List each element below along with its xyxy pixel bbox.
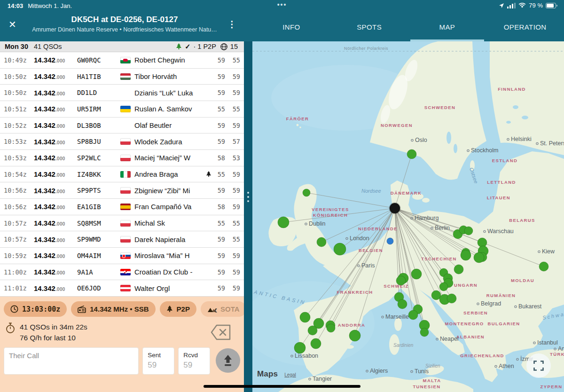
map-label: Bukarest xyxy=(518,303,542,310)
map-label: LETTLAND xyxy=(487,180,516,185)
qso-operator-name: Michal Sk xyxy=(134,219,204,227)
close-icon[interactable]: ✕ xyxy=(8,20,16,29)
map-label: NIEDERLANDE xyxy=(358,226,398,231)
qso-station-marker[interactable] xyxy=(294,342,306,353)
qso-station-marker[interactable] xyxy=(474,252,484,263)
log-qso-button[interactable] xyxy=(216,348,240,373)
qso-row[interactable]: 10:56z14.342.000SP9PTSZbigniew “Zibi” Mi… xyxy=(0,182,244,199)
qso-operator-name: Olaf Beutler xyxy=(134,121,204,129)
qso-frequency: 14.342.000 xyxy=(34,284,77,292)
battery-percent: 79 % xyxy=(529,2,543,9)
frequency-mode-chip[interactable]: 14.342 MHz • SSB xyxy=(71,301,155,317)
qso-row[interactable]: 11:00z14.342.0009A1ACroatian Dx Club -59… xyxy=(0,264,244,281)
tab-map[interactable]: MAP xyxy=(408,12,486,41)
qso-rst-sent: 59 xyxy=(213,122,225,129)
p2p-chip[interactable]: P2P xyxy=(160,301,196,317)
qso-row[interactable]: 10:54z14.342.000IZ4BKKAndrea Braga5559 xyxy=(0,166,244,183)
chips-scroll-chevron-icon[interactable]: ‹ xyxy=(214,304,217,316)
qso-station-marker[interactable] xyxy=(278,217,289,228)
rcvd-rst-input[interactable]: Rcvd 59 xyxy=(178,347,210,375)
qso-operator-name: Wlodek Zadura xyxy=(134,138,204,146)
activator-station-marker[interactable] xyxy=(390,203,400,213)
qso-station-marker[interactable] xyxy=(398,299,407,309)
tab-info[interactable]: INFO xyxy=(252,12,330,41)
qso-frequency: 14.342.000 xyxy=(34,138,77,146)
qso-station-marker[interactable] xyxy=(349,330,360,341)
qso-station-marker[interactable] xyxy=(461,250,471,260)
log-day-header[interactable]: Mon 30 41 QSOs ✓ · 1 P2P 15 xyxy=(0,41,244,52)
qso-row[interactable]: 10:56z14.342.000EA1GIBFran Campañó Va585… xyxy=(0,199,244,215)
rcvd-value: 59 xyxy=(183,361,205,370)
sent-value: 59 xyxy=(148,361,169,370)
qso-time: 10:51z xyxy=(4,105,34,113)
sent-label: Sent xyxy=(148,352,169,359)
map-label: Tangier xyxy=(313,376,332,382)
qso-rate-line: 41 QSOs in 34m 22s xyxy=(20,321,87,332)
qso-station-marker[interactable] xyxy=(407,149,416,159)
qso-station-marker[interactable] xyxy=(411,269,422,279)
backspace-icon[interactable] xyxy=(210,324,232,343)
logging-entry-panel: 13:03:00z 14.342 MHz • SSB P2P SOTA ‹ 41… xyxy=(0,297,244,392)
qso-station-marker[interactable] xyxy=(439,282,448,291)
rate-stats: 41 QSOs in 34m 22s 76 Q/h for last 10 xyxy=(6,321,87,343)
qso-station-marker[interactable] xyxy=(334,243,346,255)
qso-rst-rcvd: 55 xyxy=(228,235,240,243)
qso-station-marker[interactable] xyxy=(308,326,317,335)
qso-station-marker[interactable] xyxy=(454,265,463,274)
qso-station-marker[interactable] xyxy=(327,324,335,332)
panel-resize-divider[interactable] xyxy=(244,41,252,392)
kebab-menu-icon[interactable]: ⋮ xyxy=(227,19,236,30)
qso-row[interactable]: 10:52z14.342.000DL3BOBOlaf Beutler5959 xyxy=(0,118,244,134)
qso-row[interactable]: 10:59z14.342.000OM4AIMMiroslava “Mia” H5… xyxy=(0,248,244,264)
spotter-marker[interactable] xyxy=(387,238,393,244)
map-label: Tunis xyxy=(415,368,429,375)
qso-row[interactable]: 10:57z14.342.000SQ8MSMMichal Sk5555 xyxy=(0,215,244,232)
qso-rst-rcvd: 59 xyxy=(228,203,240,211)
sota-chip[interactable]: SOTA xyxy=(201,301,244,317)
qso-frequency: 14.342.000 xyxy=(34,219,77,227)
qso-operator-name: Tibor Horváth xyxy=(134,72,204,80)
stopwatch-icon xyxy=(6,322,15,334)
qso-station-marker[interactable] xyxy=(408,310,418,320)
map-label: UNGARN xyxy=(454,282,478,288)
qso-row[interactable]: 10:53z14.342.000SP8BJUWlodek Zadura5957 xyxy=(0,133,244,150)
qso-station-marker[interactable] xyxy=(464,227,473,235)
qso-station-marker[interactable] xyxy=(300,312,310,322)
home-indicator[interactable] xyxy=(204,385,360,388)
qso-row[interactable]: 10:51z14.342.000UR5IRMRuslan A. Samkov55… xyxy=(0,101,244,118)
map-label: BELGIEN xyxy=(359,248,383,253)
qso-station-marker[interactable] xyxy=(303,189,310,196)
europe-map: Nördlicher PolarkreisFÄRÖERNORWEGENSCHWE… xyxy=(252,41,564,392)
fullscreen-button[interactable] xyxy=(526,353,551,378)
tab-spots[interactable]: SPOTS xyxy=(330,12,408,41)
map-label: TÜRKEI xyxy=(550,352,564,357)
qso-station-marker[interactable] xyxy=(420,328,429,337)
tab-operation[interactable]: OPERATION xyxy=(486,12,564,41)
qso-station-marker[interactable] xyxy=(447,294,456,303)
qso-row[interactable]: 10:57z14.342.000SP9WMDDarek Napierala595… xyxy=(0,231,244,248)
their-call-input[interactable]: Their Call xyxy=(4,347,139,375)
sent-rst-input[interactable]: Sent 59 xyxy=(142,347,174,375)
qso-station-marker[interactable] xyxy=(317,237,326,247)
qso-time: 10:54z xyxy=(4,171,34,178)
map-panel[interactable]: Nördlicher PolarkreisFÄRÖERNORWEGENSCHWE… xyxy=(252,41,564,392)
qso-operator-name: Fran Campañó Va xyxy=(134,203,204,211)
qso-rst-sent: 59 xyxy=(213,73,225,80)
pine-tree-icon xyxy=(176,43,182,50)
qso-row[interactable]: 10:50z14.342.000DD1LDDzianis “Luk” Luka5… xyxy=(0,85,244,101)
qso-station-marker[interactable] xyxy=(311,338,321,349)
qso-row[interactable]: 10:53z14.342.000SP2WLCMaciej “Maciej” W5… xyxy=(0,150,244,166)
qso-rst-sent: 59 xyxy=(213,89,225,96)
qso-row[interactable]: 11:01z14.342.000OE6JODWalter Orgl5959 xyxy=(0,280,244,297)
time-chip[interactable]: 13:03:00z xyxy=(4,301,67,317)
legal-link[interactable]: Legal xyxy=(284,372,296,377)
map-label: FRANKREICH xyxy=(337,290,373,295)
country-flag-icon xyxy=(120,252,131,259)
qso-row[interactable]: 10:50z14.342.000HA1TIBTibor Horváth5959 xyxy=(0,69,244,85)
qso-station-marker[interactable] xyxy=(539,262,548,271)
qso-operator-name: Darek Napierala xyxy=(134,235,204,243)
qso-station-marker[interactable] xyxy=(396,276,406,285)
map-label: Stockholm xyxy=(471,147,498,154)
map-label: SCHWEDEN xyxy=(424,105,456,110)
qso-row[interactable]: 10:49z14.342.000GW0RQCRobert Chegwin5955 xyxy=(0,52,244,69)
